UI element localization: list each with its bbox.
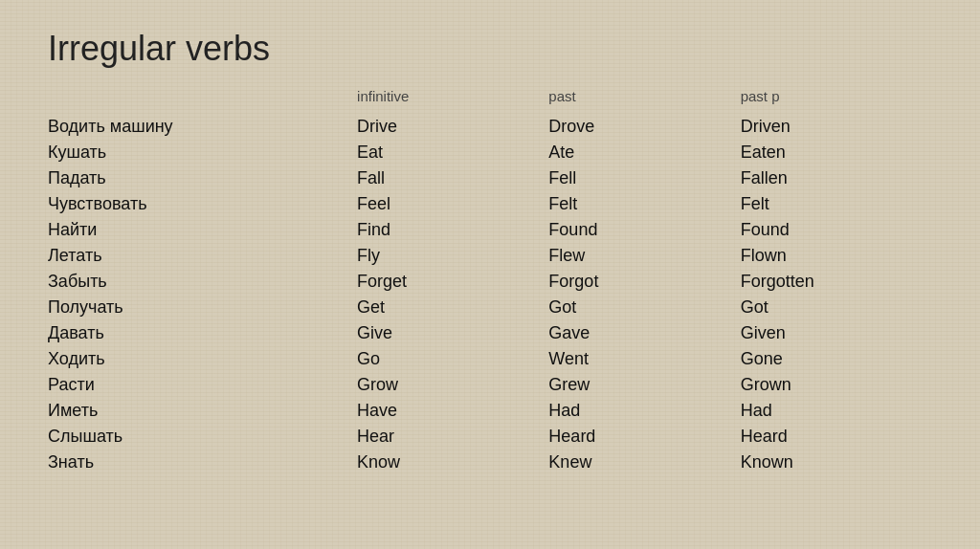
table-row: КушатьEatAteEaten: [48, 140, 932, 165]
col-russian: [48, 88, 357, 114]
cell-past_p: Forgotten: [741, 269, 932, 295]
cell-infinitive: Fly: [357, 243, 548, 269]
cell-russian: Ходить: [48, 346, 357, 372]
cell-russian: Забыть: [48, 269, 357, 295]
cell-infinitive: Drive: [357, 114, 548, 140]
cell-infinitive: Fall: [357, 165, 548, 191]
table-row: ПолучатьGetGotGot: [48, 295, 932, 320]
table-row: ЧувствоватьFeelFeltFelt: [48, 191, 932, 217]
cell-past: Fell: [548, 165, 740, 191]
cell-infinitive: Give: [357, 320, 548, 346]
cell-infinitive: Forget: [357, 269, 548, 295]
cell-russian: Найти: [48, 217, 357, 243]
cell-past: Felt: [548, 191, 740, 217]
cell-infinitive: Feel: [357, 191, 548, 217]
cell-past_p: Heard: [741, 424, 932, 450]
cell-past_p: Driven: [741, 114, 932, 140]
table-row: НайтиFindFoundFound: [48, 217, 932, 243]
cell-russian: Иметь: [48, 398, 357, 424]
cell-past: Went: [548, 346, 740, 372]
col-past-p: past p: [741, 88, 932, 114]
cell-past_p: Grown: [741, 372, 932, 398]
cell-past_p: Had: [741, 398, 932, 424]
table-row: ДаватьGiveGaveGiven: [48, 320, 932, 346]
col-infinitive: infinitive: [357, 88, 548, 114]
table-wrapper: infinitive past past p Водить машинуDriv…: [48, 88, 932, 475]
cell-past_p: Got: [741, 295, 932, 320]
cell-past: Gave: [548, 320, 740, 346]
cell-infinitive: Grow: [357, 372, 548, 398]
verbs-table: infinitive past past p Водить машинуDriv…: [48, 88, 932, 475]
cell-russian: Водить машину: [48, 114, 357, 140]
cell-past: Had: [548, 398, 740, 424]
table-row: ЛетатьFlyFlewFlown: [48, 243, 932, 269]
cell-russian: Летать: [48, 243, 357, 269]
page-container: Irregular verbs infinitive past past p В…: [0, 0, 980, 494]
cell-past: Knew: [548, 450, 740, 475]
cell-infinitive: Have: [357, 398, 548, 424]
cell-past: Flew: [548, 243, 740, 269]
cell-infinitive: Know: [357, 450, 548, 475]
cell-past_p: Flown: [741, 243, 932, 269]
cell-russian: Расти: [48, 372, 357, 398]
cell-past: Ate: [548, 140, 740, 165]
cell-infinitive: Eat: [357, 140, 548, 165]
cell-past: Drove: [548, 114, 740, 140]
cell-past_p: Known: [741, 450, 932, 475]
cell-past: Got: [548, 295, 740, 320]
cell-past_p: Eaten: [741, 140, 932, 165]
cell-russian: Кушать: [48, 140, 357, 165]
table-row: РастиGrowGrewGrown: [48, 372, 932, 398]
cell-infinitive: Go: [357, 346, 548, 372]
table-row: ПадатьFallFellFallen: [48, 165, 932, 191]
table-row: ИметьHaveHadHad: [48, 398, 932, 424]
cell-russian: Получать: [48, 295, 357, 320]
cell-past: Forgot: [548, 269, 740, 295]
cell-infinitive: Find: [357, 217, 548, 243]
cell-past_p: Felt: [741, 191, 932, 217]
table-body: Водить машинуDriveDroveDrivenКушатьEatAt…: [48, 114, 932, 475]
cell-past: Found: [548, 217, 740, 243]
table-row: СлышатьHearHeardHeard: [48, 424, 932, 450]
cell-past_p: Gone: [741, 346, 932, 372]
cell-infinitive: Hear: [357, 424, 548, 450]
cell-russian: Давать: [48, 320, 357, 346]
table-row: ХодитьGoWentGone: [48, 346, 932, 372]
cell-past_p: Given: [741, 320, 932, 346]
cell-past_p: Found: [741, 217, 932, 243]
table-header-row: infinitive past past p: [48, 88, 932, 114]
table-row: ЗабытьForgetForgotForgotten: [48, 269, 932, 295]
page-title: Irregular verbs: [48, 29, 932, 69]
cell-russian: Падать: [48, 165, 357, 191]
table-row: Водить машинуDriveDroveDriven: [48, 114, 932, 140]
cell-infinitive: Get: [357, 295, 548, 320]
cell-russian: Чувствовать: [48, 191, 357, 217]
cell-past: Grew: [548, 372, 740, 398]
table-row: ЗнатьKnowKnewKnown: [48, 450, 932, 475]
cell-past: Heard: [548, 424, 740, 450]
cell-russian: Слышать: [48, 424, 357, 450]
cell-russian: Знать: [48, 450, 357, 475]
cell-past_p: Fallen: [741, 165, 932, 191]
col-past: past: [548, 88, 740, 114]
